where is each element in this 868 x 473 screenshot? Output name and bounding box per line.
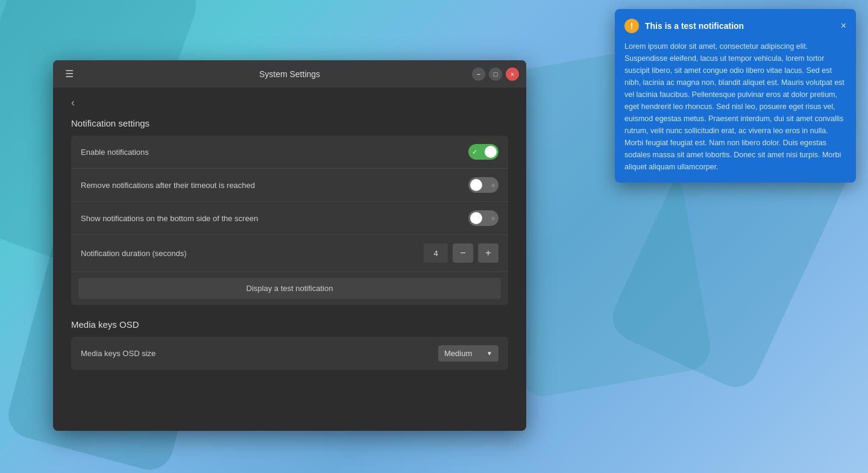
media-keys-section: Media keys OSD Media keys OSD size Mediu… (71, 319, 508, 370)
notification-body: Lorem ipsum dolor sit amet, consectetur … (624, 40, 846, 173)
toggle-slider (468, 144, 498, 160)
show-bottom-toggle[interactable] (468, 210, 498, 226)
duration-increment-button[interactable]: + (478, 243, 498, 263)
media-keys-size-row: Media keys OSD size Medium ▼ (71, 337, 508, 370)
media-keys-card: Media keys OSD size Medium ▼ (71, 337, 508, 370)
show-bottom-row: Show notifications on the bottom side of… (71, 202, 508, 235)
duration-decrement-button[interactable]: − (453, 243, 473, 263)
remove-notifications-row: Remove notifications after their timeout… (71, 169, 508, 202)
toggle-slider-3 (468, 210, 498, 226)
chevron-down-icon: ▼ (486, 350, 492, 357)
duration-value: 4 (424, 243, 448, 263)
notification-section-title: Notification settings (71, 118, 508, 128)
window-controls: − □ × (472, 67, 519, 81)
test-notification-button[interactable]: Display a test notification (78, 278, 501, 299)
media-keys-section-title: Media keys OSD (71, 319, 508, 330)
settings-window: ☰ System Settings − □ × ‹ Notification s… (53, 60, 526, 431)
window-title: System Settings (259, 69, 320, 79)
media-keys-size-label: Media keys OSD size (81, 349, 438, 358)
enable-notifications-label: Enable notifications (81, 148, 468, 157)
warning-icon: ! (624, 19, 639, 33)
enable-notifications-row: Enable notifications (71, 136, 508, 169)
enable-notifications-toggle[interactable] (468, 144, 498, 160)
minimize-button[interactable]: − (472, 67, 485, 81)
toggle-slider-2 (468, 177, 498, 193)
show-bottom-label: Show notifications on the bottom side of… (81, 214, 468, 223)
dropdown-value: Medium (444, 349, 472, 358)
notification-settings-card: Enable notifications Remove notification… (71, 136, 508, 305)
duration-row: Notification duration (seconds) 4 − + (71, 235, 508, 272)
duration-label: Notification duration (seconds) (81, 249, 424, 258)
notification-close-button[interactable]: × (841, 20, 846, 31)
maximize-button[interactable]: □ (489, 67, 502, 81)
notification-popup: ! This is a test notification × Lorem ip… (615, 9, 856, 183)
remove-notifications-label: Remove notifications after their timeout… (81, 181, 468, 190)
close-button[interactable]: × (506, 67, 519, 81)
notification-header: ! This is a test notification × (624, 19, 846, 33)
back-icon: ‹ (71, 96, 75, 109)
remove-notifications-toggle[interactable] (468, 177, 498, 193)
media-keys-size-dropdown[interactable]: Medium ▼ (438, 345, 498, 362)
back-button[interactable]: ‹ (71, 87, 508, 118)
test-notification-row: Display a test notification (71, 272, 508, 305)
content-area: ‹ Notification settings Enable notificat… (53, 87, 526, 431)
menu-icon[interactable]: ☰ (60, 66, 78, 82)
titlebar: ☰ System Settings − □ × (53, 60, 526, 87)
duration-control: 4 − + (424, 243, 498, 263)
notification-title: This is a test notification (645, 21, 744, 31)
